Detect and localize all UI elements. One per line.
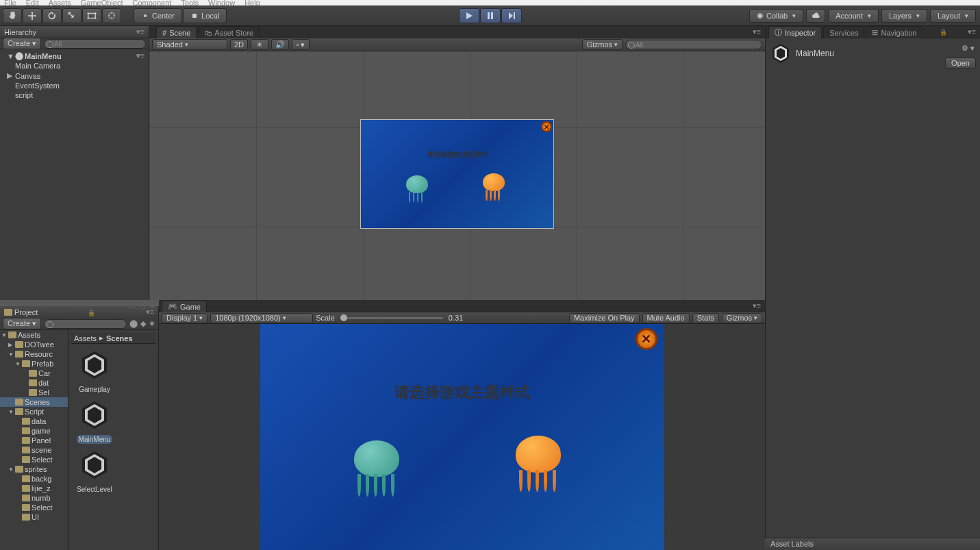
rect-tool[interactable] — [82, 8, 101, 23]
close-icon[interactable]: ✕ — [636, 328, 657, 350]
asset-labels-section[interactable]: Asset Labels — [765, 538, 980, 550]
inspector-tab[interactable]: ⓘ Inspector — [768, 26, 822, 38]
maximize-toggle[interactable]: Maximize On Play — [569, 313, 640, 323]
services-tab[interactable]: Services — [823, 26, 864, 38]
rotate-tool[interactable] — [42, 8, 62, 23]
project-tree-item[interactable]: Car — [0, 368, 68, 378]
project-tree-item[interactable]: numb — [0, 493, 68, 503]
project-tree-item[interactable]: UI — [0, 512, 68, 522]
stats-toggle[interactable]: Stats — [692, 313, 719, 323]
project-create[interactable]: Create ▾ — [3, 318, 41, 329]
project-tree-item[interactable]: dat — [0, 378, 68, 388]
project-tree-item[interactable]: Select — [0, 455, 68, 464]
menu-gameobject[interactable]: GameObject — [81, 0, 123, 5]
hierarchy-item-canvas[interactable]: ▶Canvas — [0, 71, 149, 81]
project-tree-item[interactable]: Sel — [0, 388, 68, 397]
gizmos-dropdown[interactable]: Gizmos — [582, 39, 623, 50]
project-tree-item[interactable]: scene — [0, 445, 68, 455]
transform-tool[interactable] — [102, 8, 121, 23]
close-icon[interactable]: ✕ — [541, 121, 552, 132]
project-tree-item[interactable]: ▶DOTwee — [0, 340, 68, 349]
asset-store-tab[interactable]: 🛍 Asset Store — [198, 26, 260, 38]
audio-toggle[interactable]: 🔊 — [271, 39, 289, 50]
step-button[interactable] — [501, 8, 522, 23]
hierarchy-search[interactable]: All — [44, 39, 146, 49]
hierarchy-item-eventsystem[interactable]: EventSystem — [0, 81, 149, 90]
scene-canvas[interactable]: 请选择游戏主题样式 ✕ — [360, 119, 554, 229]
maximize-icon[interactable]: □ — [140, 302, 145, 311]
pause-button[interactable] — [480, 8, 501, 23]
mute-toggle[interactable]: Mute Audio — [642, 313, 690, 323]
game-gizmos[interactable]: Gizmos — [722, 313, 762, 323]
project-item[interactable]: Gameplay — [74, 347, 115, 394]
hierarchy-scene[interactable]: ▼⬤ MainMenu▾≡ — [0, 51, 149, 61]
scene-tab[interactable]: # Scene — [156, 26, 197, 38]
close-window-icon[interactable]: ✕ — [149, 302, 155, 311]
project-tree-item[interactable]: ▼sprites — [0, 464, 68, 474]
jellyfish-green[interactable] — [349, 438, 405, 494]
2d-toggle[interactable]: 2D — [230, 39, 248, 50]
hierarchy-create[interactable]: Create ▾ — [3, 38, 41, 49]
menu-help[interactable]: Help — [244, 0, 260, 5]
project-tree-item[interactable]: backg — [0, 474, 68, 484]
lighting-toggle[interactable]: ☀ — [251, 39, 268, 50]
menu-edit[interactable]: Edit — [26, 0, 39, 5]
game-viewport[interactable]: 请选择游戏主题样式 ✕ — [159, 324, 765, 550]
project-tree-item[interactable]: lijie_z — [0, 484, 68, 493]
layout-dropdown[interactable]: Layout — [930, 9, 976, 23]
hierarchy-item-script[interactable]: script — [0, 90, 149, 100]
jellyfish-orange[interactable] — [510, 433, 566, 489]
navigation-tab[interactable]: ⊞ Navigation — [866, 26, 922, 38]
move-tool[interactable] — [23, 8, 42, 23]
jellyfish-orange[interactable] — [480, 172, 507, 199]
scene-viewport[interactable]: 请选择游戏主题样式 ✕ — [149, 51, 765, 300]
search-save-icon[interactable]: ★ — [149, 319, 155, 328]
hierarchy-item-camera[interactable]: Main Camera — [0, 61, 149, 71]
breadcrumb-root[interactable]: Assets — [74, 334, 97, 342]
panel-menu-icon[interactable]: ▾≡ — [136, 27, 145, 36]
project-tree-item[interactable]: Scenes — [0, 397, 68, 407]
fx-toggle[interactable]: ▫ ▾ — [292, 39, 310, 50]
display-dropdown[interactable]: Display 1 — [162, 313, 208, 323]
play-button[interactable] — [459, 8, 479, 23]
project-tab[interactable]: Project — [4, 308, 38, 316]
pivot-center[interactable]: Center — [134, 8, 182, 23]
project-tree-item[interactable]: Panel — [0, 436, 68, 445]
search-type-icon[interactable]: ◆ — [140, 319, 146, 328]
resolution-dropdown[interactable]: 1080p (1920x1080) — [210, 313, 313, 323]
project-search[interactable] — [44, 319, 127, 329]
scale-slider[interactable] — [340, 317, 443, 319]
cloud-button[interactable] — [806, 9, 825, 23]
layers-dropdown[interactable]: Layers — [881, 9, 927, 23]
inspector-lock[interactable] — [938, 26, 948, 38]
shading-mode[interactable]: Shaded — [152, 39, 227, 50]
project-tree-item[interactable]: ▼Prefab — [0, 359, 68, 368]
inspector-menu[interactable]: ▾≡ — [964, 26, 980, 38]
menu-file[interactable]: File — [4, 0, 16, 5]
project-tree-item[interactable]: Select — [0, 503, 68, 512]
project-tree-item[interactable]: ▼Script — [0, 407, 68, 416]
scene-search[interactable]: All — [625, 40, 762, 49]
project-tree-item[interactable]: ▼Assets — [0, 330, 68, 340]
scene-panel-menu[interactable]: ▾≡ — [749, 26, 765, 38]
game-panel-menu[interactable]: ▾≡ — [749, 300, 765, 312]
account-dropdown[interactable]: Account — [828, 9, 879, 23]
gear-icon[interactable]: ⚙ ▾ — [962, 44, 975, 53]
project-item[interactable]: SelectLevel — [74, 447, 115, 494]
menu-assets[interactable]: Assets — [49, 0, 71, 5]
menu-component[interactable]: Component — [132, 0, 171, 5]
menu-window[interactable]: Window — [208, 0, 235, 5]
minimize-icon[interactable]: — — [129, 302, 136, 311]
hierarchy-tab[interactable]: Hierarchy — [4, 28, 36, 36]
open-button[interactable]: Open — [945, 58, 976, 68]
menu-tools[interactable]: Tools — [181, 0, 199, 5]
pivot-local[interactable]: Local — [183, 8, 227, 23]
collab-dropdown[interactable]: ◉ Collab — [749, 9, 803, 23]
breadcrumb-current[interactable]: Scenes — [106, 334, 133, 342]
search-filter-icon[interactable]: ⬤ — [129, 319, 138, 328]
scale-tool[interactable] — [62, 8, 81, 23]
project-tree-item[interactable]: ▼Resourc — [0, 349, 68, 359]
game-tab[interactable]: 🎮 Game — [162, 300, 207, 312]
project-tree-item[interactable]: data — [0, 416, 68, 426]
project-tree-item[interactable]: game — [0, 426, 68, 436]
